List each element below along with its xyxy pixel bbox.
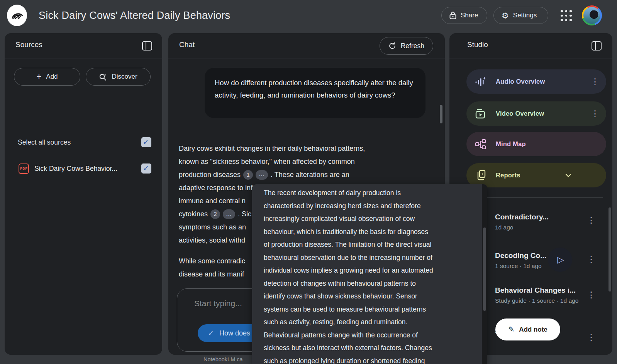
note-menu-icon[interactable]	[587, 291, 595, 299]
app-header: Sick Dairy Cows' Altered Daily Behaviors…	[0, 0, 617, 31]
mind-map-button[interactable]: Mind Map	[466, 132, 606, 156]
divider	[168, 59, 445, 59]
source-title: Sick Dairy Cows Behavior...	[34, 165, 136, 173]
answer-line: Dairy cows exhibit changes in their dail…	[179, 142, 365, 155]
popover-scrollbar[interactable]	[483, 228, 486, 311]
citation-line: behavioural observation due to the incre…	[264, 251, 474, 265]
studio-scrollbar[interactable]	[609, 207, 611, 292]
chat-panel-title: Chat	[179, 40, 195, 49]
note-title: Contradictory...	[495, 213, 597, 221]
citation-popover: The recent development of dairy producti…	[252, 184, 487, 364]
chat-panel-header: Chat Refresh	[168, 33, 445, 59]
studio-panel-title: Studio	[467, 40, 488, 49]
note-list-item[interactable]: Decoding Co... 1 source · 1d ago	[495, 251, 597, 270]
sources-panel: Sources + Add Discover Select all source…	[5, 33, 162, 355]
sources-panel-header: Sources	[5, 33, 162, 59]
answer-fragment: cytokines	[179, 207, 208, 221]
settings-button[interactable]: ⚙ Settings	[493, 7, 548, 24]
user-question-bubble: How do different production diseases spe…	[205, 68, 425, 118]
add-source-button[interactable]: + Add	[14, 68, 80, 86]
discover-sparkle-search-icon	[99, 73, 107, 81]
avatar-photo	[583, 7, 600, 24]
discover-label: Discover	[112, 73, 137, 81]
answer-line: known as "sickness behavior," when affec…	[179, 155, 365, 168]
note-subtitle: 1 source · 1d ago	[495, 262, 597, 270]
user-question-text: How do different production diseases spe…	[215, 77, 416, 101]
citation-line: The recent development of dairy producti…	[264, 187, 474, 200]
citation-line: behaviour, which is traditionally the ba…	[264, 226, 474, 239]
source-list-item[interactable]: PDF Sick Dairy Cows Behavior...	[5, 161, 162, 176]
notebooklm-app: Sick Dairy Cows' Altered Daily Behaviors…	[0, 0, 617, 364]
chat-input-placeholder: Start typing...	[194, 299, 242, 308]
citation-chip-2[interactable]: 2	[210, 209, 220, 219]
citation-line: detection of changes within behavioural …	[264, 277, 474, 290]
answer-fragment: production diseases	[179, 168, 241, 181]
divider	[449, 59, 612, 59]
citation-more-chip[interactable]: ...	[223, 209, 235, 219]
citation-line: increasingly complicated visual observat…	[264, 212, 474, 226]
add-note-button[interactable]: Add note	[495, 318, 560, 340]
citation-line: such as prolonged lying duration or shor…	[264, 355, 474, 364]
divider	[5, 59, 162, 59]
citation-line: identify cows that show sickness behavio…	[264, 290, 474, 303]
answer-fragment: . These alterations are an	[271, 168, 349, 181]
refresh-label: Refresh	[401, 42, 424, 50]
audio-waveform-sparkle-icon	[475, 76, 486, 88]
popover-scrollbar-track	[482, 184, 487, 364]
video-overview-button[interactable]: Video Overview	[466, 101, 606, 126]
chat-disclaimer: NotebookLM ca	[203, 356, 243, 362]
citation-line: such as activity, resting, feeding and r…	[264, 316, 474, 329]
video-overview-label: Video Overview	[496, 110, 591, 117]
collapse-sources-panel-icon[interactable]	[142, 41, 152, 51]
audio-overview-menu-icon[interactable]	[591, 78, 599, 86]
studio-panel-header: Studio	[449, 33, 612, 59]
pdf-file-icon: PDF	[19, 163, 29, 174]
select-all-checkbox[interactable]	[141, 137, 151, 147]
play-audio-button[interactable]	[548, 248, 572, 272]
note-title: Behavioral Changes i...	[495, 286, 597, 295]
refresh-chat-button[interactable]: Refresh	[380, 37, 433, 55]
audio-overview-label: Audio Overview	[496, 78, 591, 85]
select-all-label: Select all sources	[18, 138, 141, 147]
note-subtitle: 1d ago	[495, 223, 597, 232]
note-list-item[interactable]: Contradictory... 1d ago	[495, 213, 597, 232]
sources-panel-title: Sources	[15, 40, 42, 49]
collapse-studio-panel-icon[interactable]	[592, 41, 602, 51]
note-subtitle: Study guide · 1 source · 1d ago	[495, 297, 584, 305]
note-menu-icon[interactable]	[587, 216, 595, 224]
share-button[interactable]: Share	[441, 7, 487, 24]
add-label: Add	[46, 73, 58, 81]
citation-line: of production diseases. The limitation o…	[264, 238, 474, 251]
citation-more-chip[interactable]: ...	[256, 170, 268, 180]
reports-icon	[475, 170, 486, 181]
citation-line: sickness but also interact with external…	[264, 342, 474, 355]
citation-line: Behavioural patterns change with the occ…	[264, 329, 474, 342]
reports-button[interactable]: Reports	[466, 163, 606, 187]
play-icon	[558, 255, 564, 265]
note-title: Decoding Co...	[495, 251, 597, 260]
chat-scrollbar[interactable]	[440, 105, 442, 123]
add-note-label: Add note	[519, 326, 548, 334]
plus-icon: +	[36, 72, 41, 81]
discover-sources-button[interactable]: Discover	[86, 68, 151, 86]
note-menu-icon[interactable]	[587, 333, 595, 342]
check-icon: ✓	[208, 329, 214, 338]
mind-map-label: Mind Map	[496, 140, 606, 148]
lock-icon	[449, 12, 456, 19]
note-menu-icon[interactable]	[587, 255, 595, 264]
account-avatar[interactable]	[582, 5, 602, 25]
chevron-down-icon	[565, 174, 606, 177]
notebooklm-logo-icon[interactable]	[7, 5, 27, 26]
google-apps-icon[interactable]	[561, 10, 572, 21]
mind-map-icon	[475, 138, 486, 150]
pencil-icon	[508, 325, 514, 334]
settings-label: Settings	[513, 12, 537, 19]
page-title: Sick Dairy Cows' Altered Daily Behaviors	[39, 0, 230, 31]
note-list-item[interactable]: Behavioral Changes i... Study guide · 1 …	[495, 286, 597, 305]
citation-chip-1[interactable]: 1	[243, 170, 253, 180]
source-checkbox[interactable]	[141, 163, 151, 174]
audio-overview-button[interactable]: Audio Overview	[466, 69, 606, 94]
video-overview-menu-icon[interactable]	[591, 110, 599, 118]
share-label: Share	[461, 12, 478, 19]
video-overview-icon	[475, 108, 486, 120]
